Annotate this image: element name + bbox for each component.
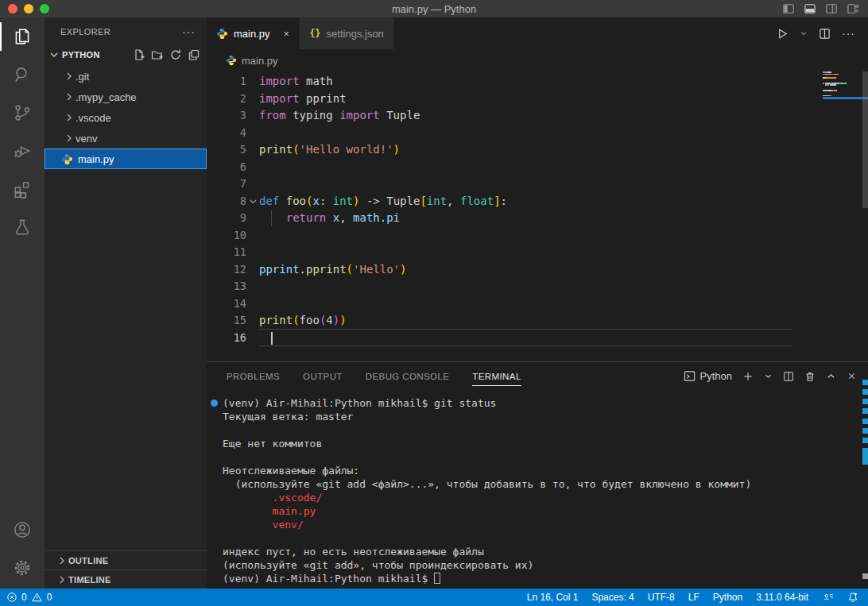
editor-scrollbar[interactable]: [862, 71, 868, 208]
notifications-bell-icon[interactable]: [847, 592, 858, 603]
sidebar-section-outline[interactable]: OUTLINE: [45, 550, 207, 569]
overview-marker: [862, 380, 868, 385]
code-line[interactable]: 2import pprint: [207, 91, 792, 108]
zoom-window-button[interactable]: [40, 4, 49, 14]
code-line-text: import pprint: [259, 91, 792, 108]
code-line[interactable]: 4: [207, 125, 792, 142]
minimize-window-button[interactable]: [24, 4, 33, 14]
refresh-icon[interactable]: [169, 48, 182, 61]
collapse-all-icon[interactable]: [188, 48, 200, 61]
settings-gear-icon[interactable]: [0, 549, 45, 587]
status-item-eol[interactable]: LF: [688, 592, 699, 603]
panel-tab-terminal[interactable]: TERMINAL: [472, 362, 521, 390]
status-item-python-version[interactable]: 3.11.0 64-bit: [756, 592, 808, 603]
tab-main-py[interactable]: main.py×: [207, 17, 299, 49]
toggle-secondary-sidebar-icon[interactable]: [826, 3, 837, 14]
extensions-icon[interactable]: [0, 170, 45, 208]
new-terminal-icon[interactable]: [742, 371, 754, 382]
close-window-button[interactable]: [8, 4, 17, 14]
feedback-icon[interactable]: [822, 592, 834, 603]
status-item-language-mode[interactable]: Python: [713, 592, 742, 603]
line-number: 5: [207, 141, 246, 159]
code-line[interactable]: 12pprint.pprint('Hello'): [207, 261, 792, 279]
code-line-text: [259, 330, 792, 347]
launch-profile-chevron-icon[interactable]: [764, 372, 773, 380]
tree-item--git[interactable]: .git: [45, 66, 207, 87]
code-line[interactable]: 13: [207, 278, 792, 295]
tab-settings-json[interactable]: {}settings.json: [299, 17, 393, 49]
kill-terminal-icon[interactable]: [804, 371, 816, 382]
status-item-indentation[interactable]: Spaces: 4: [591, 592, 634, 603]
tree-item-venv[interactable]: venv: [45, 128, 207, 149]
breadcrumb-item[interactable]: main.py: [242, 55, 278, 67]
code-line[interactable]: 8def foo(x: int) -> Tuple[int, float]:: [207, 193, 792, 210]
terminal-icon: [684, 370, 696, 382]
toggle-sidebar-icon[interactable]: [783, 3, 794, 14]
terminal-profile-picker[interactable]: Python: [684, 370, 732, 382]
run-python-file-icon[interactable]: [777, 28, 789, 40]
run-and-debug-icon[interactable]: [0, 132, 45, 170]
command-decoration-icon[interactable]: [211, 399, 218, 407]
tree-item-label: venv: [76, 133, 97, 145]
fold-icon: [246, 159, 259, 176]
line-number: 4: [207, 125, 246, 142]
source-control-icon[interactable]: [0, 94, 45, 132]
code-editor[interactable]: 1import math2import pprint3from typing i…: [207, 71, 868, 361]
traffic-lights[interactable]: [8, 4, 49, 14]
terminal-profile-label: Python: [700, 370, 732, 382]
status-item-encoding[interactable]: UTF-8: [648, 592, 675, 603]
terminal-line: (venv) Air-Mihail:Python mikhail$ git st…: [223, 396, 857, 410]
split-editor-icon[interactable]: [819, 28, 831, 40]
more-actions-icon[interactable]: ···: [842, 27, 855, 40]
new-file-icon[interactable]: [133, 48, 145, 61]
chevron-down-icon: [48, 48, 60, 61]
editor-group: main.py×{}settings.json··· main.py 1impo…: [207, 17, 868, 589]
code-line-text: return x, math.pi: [259, 210, 792, 227]
code-line[interactable]: 3from typing import Tuple: [207, 107, 792, 125]
code-line[interactable]: 7: [207, 176, 792, 193]
panel-tab-debug-console[interactable]: DEBUG CONSOLE: [366, 362, 450, 390]
tree-item--mypy-cache[interactable]: .mypy_cache: [45, 87, 207, 107]
code-line[interactable]: 9 return x, math.pi: [207, 210, 792, 227]
code-line[interactable]: 15print(foo(4)): [207, 312, 792, 330]
code-line[interactable]: 14: [207, 295, 792, 313]
close-tab-icon[interactable]: ×: [284, 28, 290, 40]
tree-item--vscode[interactable]: .vscode: [45, 107, 207, 128]
code-line[interactable]: 10: [207, 227, 792, 245]
status-item-cursor-position[interactable]: Ln 16, Col 1: [527, 592, 579, 603]
customize-layout-icon[interactable]: [847, 3, 858, 14]
code-line[interactable]: 5print('Hello world!'): [207, 141, 792, 159]
breadcrumb[interactable]: main.py: [207, 49, 868, 71]
line-number: 11: [207, 244, 246, 261]
folder-section-header[interactable]: PYTHON: [45, 45, 207, 64]
testing-icon[interactable]: [0, 208, 45, 246]
maximize-panel-icon[interactable]: [826, 371, 836, 381]
terminal-output[interactable]: (venv) Air-Mihail:Python mikhail$ git st…: [223, 396, 857, 585]
problems-status[interactable]: 0 0: [0, 592, 52, 603]
chevron-right-icon: [63, 111, 76, 124]
split-terminal-icon[interactable]: [783, 371, 794, 382]
search-icon[interactable]: [0, 56, 45, 94]
code-line[interactable]: 16: [207, 330, 792, 347]
tree-item-main-py[interactable]: main.py: [45, 149, 207, 169]
fold-icon[interactable]: [246, 193, 259, 210]
sidebar-section-timeline[interactable]: TIMELINE: [45, 569, 207, 589]
code-line[interactable]: 1import math: [207, 73, 792, 91]
tab-label: main.py: [234, 28, 270, 40]
tab-label: settings.json: [327, 28, 384, 40]
run-dropdown-chevron-icon[interactable]: [800, 29, 808, 37]
accounts-icon[interactable]: [0, 511, 45, 549]
title-bar: main.py — Python: [0, 0, 868, 17]
panel-tab-output[interactable]: OUTPUT: [303, 362, 343, 390]
explorer-icon[interactable]: [0, 17, 45, 56]
status-bar: 0 0 Ln 16, Col 1Spaces: 4UTF-8LFPython3.…: [0, 589, 868, 606]
new-folder-icon[interactable]: [151, 48, 164, 61]
code-line[interactable]: 11: [207, 244, 792, 261]
code-line[interactable]: 6: [207, 159, 792, 176]
panel-tab-problems[interactable]: PROBLEMS: [227, 362, 280, 390]
views-more-icon[interactable]: ···: [182, 25, 196, 38]
close-panel-icon[interactable]: [847, 371, 857, 381]
toggle-panel-icon[interactable]: [804, 3, 816, 14]
window-title: main.py — Python: [0, 3, 868, 15]
terminal-line: Еще нет коммитов: [223, 437, 857, 450]
